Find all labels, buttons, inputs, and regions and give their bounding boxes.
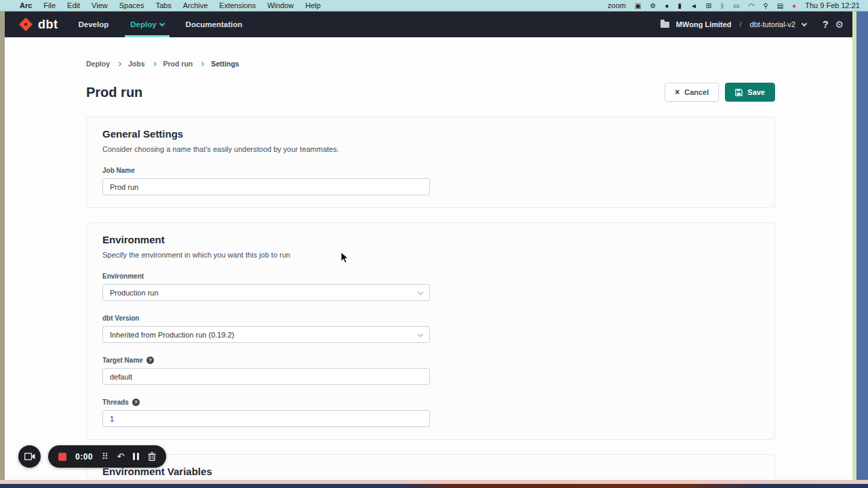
nav-account-area: MWong Limited / dbt-tutorial-v2 ? ⚙ <box>660 19 844 30</box>
menu-spaces[interactable]: Spaces <box>119 0 144 12</box>
calendar-icon[interactable]: ⊞ <box>706 0 711 12</box>
record-dot-icon[interactable]: ● <box>792 0 796 12</box>
camera-icon <box>24 453 35 460</box>
account-name[interactable]: MWong Limited <box>676 20 732 28</box>
zoom-app-menu[interactable]: zoom <box>608 0 626 12</box>
volume-icon[interactable]: ◄ <box>690 0 697 12</box>
settings-gear-icon[interactable]: ⚙ <box>835 19 844 30</box>
environment-select[interactable]: Production run <box>102 284 430 301</box>
dbt-logo[interactable]: dbt <box>18 16 58 33</box>
nav-documentation[interactable]: Documentation <box>186 12 243 37</box>
cancel-button-label: Cancel <box>684 88 709 96</box>
desktop-wallpaper-left <box>0 12 5 480</box>
threads-input[interactable] <box>102 410 430 427</box>
environment-variables-heading: Environment Variables <box>102 466 759 477</box>
keyboard-badge-icon[interactable]: ▭ <box>733 0 739 12</box>
nav-develop-label: Develop <box>78 20 108 28</box>
save-button[interactable]: Save <box>725 83 775 102</box>
dbt-logo-icon <box>18 16 34 33</box>
menubar-menus: Arc File Edit View Spaces Tabs Archive E… <box>8 0 321 12</box>
nav-documentation-label: Documentation <box>186 20 243 28</box>
nav-develop[interactable]: Develop <box>78 12 108 37</box>
breadcrumb-prod-run[interactable]: Prod run <box>163 60 193 68</box>
pause-button[interactable] <box>133 453 139 460</box>
battery-icon[interactable]: ▮ <box>677 0 682 12</box>
chevron-right-icon <box>199 61 204 66</box>
environment-description: Specify the environment in which you wan… <box>102 251 759 259</box>
general-settings-description: Consider choosing a name that's easily u… <box>102 145 759 153</box>
help-tooltip-icon[interactable]: ? <box>146 357 154 364</box>
job-name-label-text: Job Name <box>102 167 135 174</box>
menu-tabs[interactable]: Tabs <box>155 0 171 12</box>
menu-arc[interactable]: Arc <box>20 0 32 12</box>
breadcrumb-jobs[interactable]: Jobs <box>128 60 145 68</box>
chevron-down-icon <box>418 331 423 337</box>
threads-field-group: Threads ? <box>102 399 759 427</box>
camera-toggle-button[interactable] <box>18 445 41 468</box>
page-header: Prod run × Cancel Save <box>86 83 775 102</box>
menubar-status-area: zoom ▣ ⚙ ● ▮ ◄ ⊞ ᛒ ▭ ◠ ⚲ ▤ ● Thu 9 Feb 1… <box>608 0 860 12</box>
job-name-input[interactable] <box>102 178 430 195</box>
control-center-icon[interactable]: ▤ <box>777 0 783 12</box>
general-settings-card: General Settings Consider choosing a nam… <box>86 117 775 208</box>
recording-timer: 0:00 <box>75 452 93 462</box>
project-selector[interactable]: dbt-tutorial-v2 <box>750 20 795 28</box>
breadcrumb-deploy[interactable]: Deploy <box>86 60 110 68</box>
dbt-logo-text: dbt <box>38 18 58 32</box>
environment-card: Environment Specify the environment in w… <box>86 222 775 440</box>
environment-select-value: Production run <box>110 289 159 297</box>
general-settings-heading: General Settings <box>102 128 759 140</box>
menu-edit[interactable]: Edit <box>67 0 80 12</box>
menu-window[interactable]: Window <box>267 0 294 12</box>
desktop-wallpaper-right <box>856 12 868 480</box>
target-name-input[interactable] <box>102 368 430 385</box>
chevron-right-icon <box>151 61 156 66</box>
trash-icon[interactable] <box>148 452 156 461</box>
menu-view[interactable]: View <box>92 0 108 12</box>
save-button-label: Save <box>747 88 765 96</box>
threads-label-text: Threads <box>102 399 129 406</box>
desktop-wallpaper-bottom <box>0 484 868 488</box>
menu-extensions[interactable]: Extensions <box>219 0 256 12</box>
chevron-down-icon[interactable] <box>802 20 807 26</box>
close-icon: × <box>675 87 679 97</box>
save-icon <box>735 89 743 96</box>
menu-help[interactable]: Help <box>305 0 321 12</box>
breadcrumb-settings: Settings <box>211 60 239 68</box>
dbt-version-label: dbt Version <box>102 314 759 322</box>
dbt-version-select[interactable]: Inherited from Production run (0.19.2) <box>102 326 430 343</box>
clock-icon[interactable]: ● <box>665 0 669 12</box>
nav-deploy-label: Deploy <box>130 20 156 28</box>
menu-file[interactable]: File <box>43 0 56 12</box>
environment-label: Environment <box>102 272 759 280</box>
nav-deploy[interactable]: Deploy <box>130 12 163 37</box>
wifi-icon[interactable]: ◠ <box>749 0 755 12</box>
stop-record-icon[interactable] <box>58 453 66 461</box>
bluetooth-icon[interactable]: ᛒ <box>720 0 724 12</box>
environment-label-text: Environment <box>102 272 144 280</box>
dbt-version-select-value: Inherited from Production run (0.19.2) <box>110 331 234 339</box>
target-name-label: Target Name ? <box>102 357 759 364</box>
mouse-cursor <box>340 251 349 264</box>
page-title: Prod run <box>86 85 142 100</box>
undo-icon[interactable]: ↶ <box>117 445 125 468</box>
cancel-button[interactable]: × Cancel <box>665 83 719 102</box>
chevron-right-icon <box>117 61 121 66</box>
screen-icon[interactable]: ▣ <box>635 0 641 12</box>
recorder-toolbar: 0:00 ⠿ ↶ <box>48 445 166 468</box>
chevron-down-icon <box>159 20 164 26</box>
dbt-version-field-group: dbt Version Inherited from Production ru… <box>102 314 759 343</box>
macos-menubar: Arc File Edit View Spaces Tabs Archive E… <box>0 0 868 12</box>
dbt-navbar: dbt Develop Deploy Documentation MWong L… <box>5 12 856 37</box>
nav-links: Develop Deploy Documentation <box>78 12 242 37</box>
menu-archive[interactable]: Archive <box>183 0 208 12</box>
environment-field-group: Environment Production run <box>102 272 759 301</box>
drag-handle-icon[interactable]: ⠿ <box>102 445 108 468</box>
job-name-label: Job Name <box>102 167 759 174</box>
help-tooltip-icon[interactable]: ? <box>132 399 140 406</box>
help-button[interactable]: ? <box>823 19 829 30</box>
spotlight-search-icon[interactable]: ⚲ <box>763 0 768 12</box>
menubar-clock[interactable]: Thu 9 Feb 12:21 <box>805 1 860 9</box>
target-name-field-group: Target Name ? <box>102 357 759 385</box>
gear-icon[interactable]: ⚙ <box>650 0 656 12</box>
